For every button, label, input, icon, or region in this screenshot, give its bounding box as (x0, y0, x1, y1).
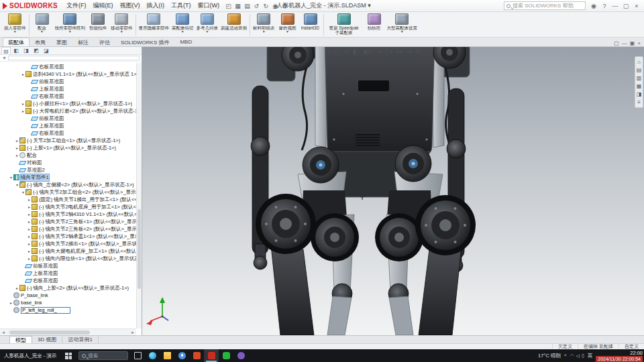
tree-item[interactable]: ▸配合 (0, 152, 136, 159)
tree-item[interactable]: ▸(-) 镜向关节2三角板<1> (默认<<默认>_显示状态 1>) (0, 218, 136, 225)
tree-filter-row[interactable]: ▼ (0, 55, 142, 62)
pen-icon[interactable]: ▯ (582, 353, 584, 359)
start-button[interactable] (60, 349, 76, 362)
menu-item-5[interactable]: 窗口(W) (194, 0, 223, 11)
tree-item[interactable]: ▸(-) 镜向关节2电机底座_用于加工<1> (默认<<默认>_显示状... (0, 203, 136, 210)
zoom-fit-icon[interactable]: ◇ (325, 48, 331, 55)
bill-of-materials-button[interactable]: 材料明细表▼ (252, 13, 276, 37)
tab-布局[interactable]: 布局 (30, 38, 51, 46)
home-icon[interactable]: ⌂ (635, 59, 643, 65)
doc-minimize-icon[interactable]: — (622, 40, 627, 46)
tab-模型[interactable]: 模型 (9, 336, 32, 343)
tree-item[interactable]: 上板基准面 (0, 85, 136, 93)
previous-view-icon[interactable]: ↺ (343, 48, 349, 55)
appearances-icon[interactable]: ◨ (635, 91, 643, 97)
view-palette-icon[interactable]: ▦ (635, 83, 643, 89)
tree-item[interactable]: ▸(-) 镜向大腿电机底座_加工<1> (默认<<默认>_显示状态 (0, 247, 136, 255)
scrollbar-thumb[interactable] (138, 209, 141, 289)
open-icon[interactable]: ◰ (224, 3, 233, 9)
graphics-viewport[interactable]: ◇◱↺◧▣▾◔▾◎▾◕▾◑▾↻ ⌂▤▥▦◨≡ (142, 47, 644, 335)
displaymanager-tab[interactable]: ◪ (42, 47, 51, 54)
expand-arrow-icon[interactable]: ▸ (21, 72, 25, 76)
expand-arrow-icon[interactable]: ▸ (27, 249, 32, 253)
rotate-view-icon[interactable]: ↻ (415, 48, 421, 55)
expand-arrow-icon[interactable]: ▸ (27, 241, 32, 246)
tree-item[interactable]: ▸(-) 关节2加工组合<1> (默认<显示状态-1>) (0, 137, 136, 144)
taskbar-search[interactable]: 搜索 (78, 351, 128, 360)
taskbar-clock[interactable]: 22:00 2024/11/30 22:00:54 (596, 350, 643, 362)
dimxpert-tab[interactable]: ◩ (32, 47, 41, 54)
rename-input[interactable] (21, 307, 70, 314)
expand-arrow-icon[interactable]: ▸ (15, 286, 19, 290)
minimize-icon[interactable]: — (610, 3, 620, 9)
options-icon[interactable]: ⚙ (280, 3, 289, 9)
tree-item[interactable]: ▸(-) 镜向关节2三角板<2> (默认<<默认>_显示状态-1>) (0, 225, 136, 233)
ime-indicator[interactable]: 英 (588, 353, 593, 359)
solidworks-icon[interactable] (204, 349, 219, 362)
configurationmanager-tab[interactable]: ◨ (21, 47, 31, 54)
expand-arrow-icon[interactable]: ▸ (27, 234, 32, 239)
edge-icon[interactable] (145, 349, 160, 362)
filter-input[interactable] (8, 56, 140, 60)
show-hidden-components-button[interactable]: 显示隐藏零部件 (138, 13, 171, 37)
expand-arrow-icon[interactable]: ▾ (15, 182, 19, 187)
expand-arrow-icon[interactable]: ▾ (21, 190, 25, 194)
file-explorer-icon[interactable]: ▥ (635, 75, 643, 81)
tree-item[interactable]: ▾镜向零部件1 (0, 174, 136, 181)
help-search-box[interactable]: 搜索 SOLIDWORKS 帮助 (504, 1, 586, 10)
tree-item[interactable]: 对称面 (0, 159, 136, 166)
tab-运动算例1[interactable]: 运动算例1 (62, 336, 98, 343)
tree-vertical-scrollbar[interactable] (136, 63, 142, 328)
expand-arrow-icon[interactable]: ▸ (15, 153, 19, 158)
expand-arrow-icon[interactable]: ▸ (27, 219, 32, 224)
view-settings-icon[interactable]: ◑▾ (405, 48, 412, 55)
take-snapshot-button[interactable]: 拍快照 (363, 13, 386, 37)
tree-item[interactable]: ▸达刹4340 V1.1<1> (默认<<默认>_显示状态 1>) (0, 70, 136, 78)
media-icon[interactable] (233, 349, 248, 362)
tab-草图[interactable]: 草图 (51, 38, 72, 46)
help-icon[interactable]: ? (600, 3, 609, 9)
tab-评估[interactable]: 评估 (94, 38, 115, 46)
hide-show-items-icon[interactable]: ◎▾ (384, 48, 392, 55)
section-view-icon[interactable]: ◧ (352, 48, 358, 55)
browser-icon[interactable] (174, 349, 189, 362)
move-component-button[interactable]: 移动零部件▼ (109, 13, 134, 37)
robot-3d-model[interactable] (142, 47, 644, 335)
expand-arrow-icon[interactable]: ▸ (21, 109, 25, 113)
expand-arrow-icon[interactable]: ▸ (9, 300, 13, 305)
tree-item[interactable]: 上板基准面 (0, 269, 136, 277)
undo-icon[interactable]: ↺ (252, 3, 261, 9)
tree-horizontal-scrollbar[interactable]: ◄ ► (0, 328, 136, 335)
expand-arrow-icon[interactable]: ▸ (27, 204, 32, 209)
tree-item[interactable]: 右板基准面 (0, 277, 136, 284)
tab-标注[interactable]: 标注 (72, 38, 94, 46)
menu-item-1[interactable]: 编辑(E) (89, 0, 116, 11)
tree-item[interactable]: ▸base_link (0, 299, 136, 306)
tree-item[interactable]: ▸(-) 镜向关节2轴承盖1<1> (默认<<默认>_显示状态-1>) (0, 233, 136, 240)
tab-3D 视图[interactable]: 3D 视图 (32, 336, 62, 343)
tree-item[interactable]: 前板基准面 (0, 115, 136, 122)
tree-item[interactable]: 基准面2 (0, 166, 136, 174)
save-icon[interactable]: ▦ (233, 3, 242, 9)
tree-item[interactable]: ▸(-) 镜向关节2膝出<1> (默认<<默认>_显示状态 1>) (0, 240, 136, 247)
tree-item[interactable]: ▸(-) 小腿拉杆<1> (默认<<默认>_显示状态-1>) (0, 100, 136, 107)
doc-close-icon[interactable]: × (637, 40, 641, 46)
instant3d-button[interactable]: Instant3D (299, 13, 322, 37)
tree-item[interactable]: ▸(-) 大臂电机打磨<2> (默认<<默认>_显示状态-1>) (0, 107, 136, 115)
tab-装配体[interactable]: 装配体 (3, 38, 30, 46)
expand-arrow-icon[interactable]: ▾ (9, 175, 13, 180)
expand-arrow-icon[interactable]: ▸ (21, 101, 25, 106)
tree-item[interactable] (0, 306, 136, 314)
expand-arrow-icon[interactable]: ▸ (15, 145, 19, 150)
redo-icon[interactable]: ↻ (262, 3, 270, 9)
expand-arrow-icon[interactable]: ▸ (27, 197, 32, 202)
task-view-icon[interactable] (130, 349, 145, 362)
update-speedpak-button[interactable]: 更新 Speedpak 子装配体 (325, 13, 363, 37)
close-icon[interactable]: × (632, 3, 641, 9)
menu-item-0[interactable]: 文件(F) (63, 0, 90, 11)
file-explorer-icon[interactable] (160, 349, 174, 362)
expand-arrow-icon[interactable]: ▸ (27, 256, 32, 261)
tree-item[interactable]: 上板基准面 (0, 122, 136, 129)
menu-item-2[interactable]: 视图(V) (116, 0, 143, 11)
menu-item-3[interactable]: 插入(I) (143, 0, 168, 11)
